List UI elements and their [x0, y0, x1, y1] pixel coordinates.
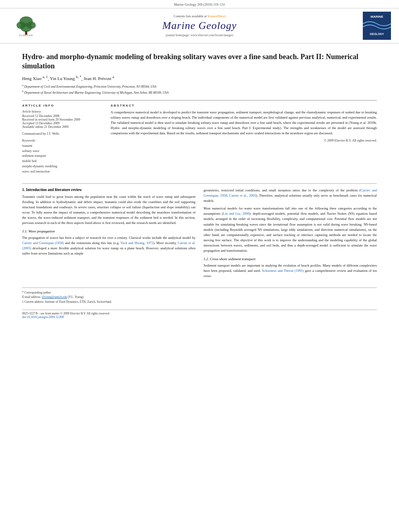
marine-geology-badge-icon: MARINE GEOLOGY — [363, 12, 391, 40]
keyword-morpho-dynamic: morpho-dynamic modeling — [22, 164, 103, 169]
section-divider — [22, 183, 377, 184]
body-left-col: 1. Introduction and literature review Ts… — [22, 188, 195, 281]
svg-text:GEOLOGY: GEOLOGY — [370, 33, 384, 35]
page-content: Hydro- and morpho-dynamic modeling of br… — [0, 43, 399, 327]
footnote-current-address: 1 Current address: Institute of Fluid Dy… — [22, 300, 377, 304]
journal-citation: Marine Geology 269 (2010) 119–131 — [174, 2, 225, 6]
keywords-label: Keywords: — [22, 139, 103, 142]
keyword-tsunami: tsunami — [22, 144, 103, 149]
svg-text:ELSEVIER: ELSEVIER — [19, 34, 33, 37]
article-info-col: ARTICLE INFO Article history: Received 1… — [22, 104, 103, 178]
abstract-title: ABSTRACT — [111, 104, 377, 107]
elsevier-logo: ELSEVIER — [8, 15, 44, 37]
affiliations: a Department of Civil and Environmental … — [22, 83, 377, 95]
article-title: Hydro- and morpho-dynamic modeling of br… — [22, 52, 377, 71]
two-col-section: ARTICLE INFO Article history: Received 1… — [22, 100, 377, 178]
accepted-date: Accepted 13 December 2009 — [22, 121, 103, 125]
author-1: Heng Xiao a, 1 — [22, 76, 48, 81]
received-revised-date: Received in revised form 29 November 200… — [22, 118, 103, 121]
marine-geo-badge: MARINE GEOLOGY — [363, 12, 391, 40]
copyright-line: © 2009 Elsevier B.V. All rights reserved… — [111, 139, 377, 142]
history-label: Article history: — [22, 110, 103, 113]
footnote-section: * Corresponding author. E-mail address: … — [22, 288, 377, 304]
sciencedirect-link[interactable]: ScienceDirect — [208, 14, 226, 18]
journal-logo-right: MARINE GEOLOGY — [355, 12, 391, 40]
abstract-col: ABSTRACT A comprehensive numerical model… — [111, 104, 377, 178]
ref-lin-liu-link[interactable]: Lin and Liu, 2000 — [223, 212, 249, 216]
right-para-2: Most numerical models for water wave tra… — [204, 206, 377, 254]
keywords-list: tsunami solitary wave sediment transport… — [22, 144, 103, 175]
author-3: Jean H. Prévost a — [84, 76, 114, 81]
communicated-text: Communicated by J.T. Wells — [22, 132, 103, 136]
author-2-sup: b, * — [76, 75, 82, 79]
section-1-heading: 1. Introduction and literature review — [22, 188, 195, 192]
authors-line: Heng Xiao a, 1, Yin Lu Young b, *, Jean … — [22, 75, 377, 81]
footer-doi-section: 0025-3227/$ – see front matter © 2009 El… — [22, 310, 377, 319]
article-info-title: ARTICLE INFO — [22, 104, 103, 107]
keyword-mobile-bed: mobile bed — [22, 159, 103, 164]
footnote-email-link[interactable]: ylyoung@umich.edu — [42, 295, 67, 299]
journal-name: Marine Geology — [44, 20, 355, 32]
section-1-para-1: Tsunamis could lead to great losses amon… — [22, 194, 195, 226]
right-para-3: Sediment transport models are important … — [204, 263, 377, 279]
doi-link[interactable]: doi:10.1016/j.margeo.2009.12.008 — [22, 315, 64, 319]
keyword-solitary-wave: solitary wave — [22, 149, 103, 154]
subsection-1-2-heading: 1.2. Cross-shore sediment transport — [204, 257, 377, 261]
ref-schoonees-theron-link[interactable]: Schoonees and Theron (1995) — [262, 269, 304, 273]
svg-text:MARINE: MARINE — [370, 15, 383, 18]
author-1-sup: a, 1 — [43, 75, 48, 79]
body-right-col: geometries, restricted initial condition… — [204, 188, 377, 281]
abstract-text: A comprehensive numerical model is devel… — [111, 110, 377, 136]
communicated-by: Communicated by J.T. Wells — [22, 132, 103, 136]
svg-point-4 — [20, 23, 32, 32]
footnote-email-line: E-mail address: ylyoung@umich.edu (Y.L. … — [22, 295, 377, 299]
author-3-sup: a — [113, 75, 114, 79]
subsection-1-1-para: The propagation of waves has been a subj… — [22, 235, 195, 257]
author-2: Yin Lu Young b, * — [50, 76, 82, 81]
footer-issn: 0025-3227/$ – see front matter © 2009 El… — [22, 312, 377, 315]
affiliation-1: a Department of Civil and Environmental … — [22, 83, 377, 89]
journal-title-block: Contents lists available at ScienceDirec… — [44, 14, 355, 37]
detection-and: and — [319, 238, 323, 242]
ref-carrier-2003-right[interactable]: Carrier et al., 2003 — [229, 193, 256, 197]
journal-header: Marine Geology 269 (2010) 119–131 — [0, 0, 399, 8]
ref-carrier-greenspan-link[interactable]: Carrier and Greenspan (1958) — [22, 241, 64, 245]
top-banner: ELSEVIER Contents lists available at Sci… — [0, 8, 399, 43]
ref-tuck-hwang-link[interactable]: Tuck and Hwang, 1972 — [120, 241, 153, 245]
affiliation-2: b Department of Naval Architecture and M… — [22, 89, 377, 95]
subsection-1-1-heading: 1.1. Wave propagation — [22, 229, 195, 233]
received-date: Received 12 December 2008 — [22, 114, 103, 118]
body-two-col: 1. Introduction and literature review Ts… — [22, 188, 377, 281]
sciencedirect-line: Contents lists available at ScienceDirec… — [44, 14, 355, 18]
journal-homepage: journal homepage: www.elsevier.com/locat… — [44, 33, 355, 37]
keywords-section: Keywords: tsunami solitary wave sediment… — [22, 139, 103, 175]
article-history: Article history: Received 12 December 20… — [22, 110, 103, 129]
keyword-sediment-transport: sediment transport — [22, 154, 103, 159]
keyword-wave-soil: wave–soil interaction — [22, 169, 103, 175]
available-date: Available online 21 December 2009 — [22, 125, 103, 129]
footnote-corresponding: * Corresponding author. — [22, 290, 377, 295]
elsevier-tree-icon: ELSEVIER — [14, 15, 38, 37]
right-para-1: geometries, restricted initial condition… — [204, 188, 377, 204]
footer-doi: doi:10.1016/j.margeo.2009.12.008 — [22, 315, 377, 319]
